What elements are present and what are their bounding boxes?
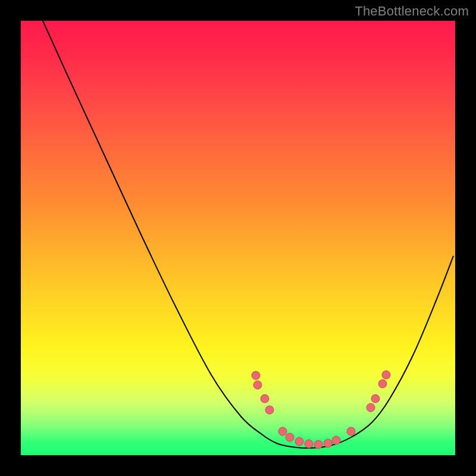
- curve-marker: [332, 436, 340, 444]
- watermark-text: TheBottleneck.com: [355, 4, 469, 19]
- chart-frame: TheBottleneck.com: [0, 0, 476, 476]
- curve-marker: [278, 427, 287, 436]
- curve-marker: [286, 433, 294, 441]
- curve-marker: [252, 371, 260, 380]
- curve-marker: [382, 371, 390, 379]
- curve-marker: [371, 394, 380, 403]
- curve-marker: [347, 427, 355, 436]
- curve-markers: [252, 371, 390, 449]
- bottleneck-curve: [43, 21, 453, 448]
- plot-area: [21, 21, 455, 455]
- curve-marker: [314, 440, 322, 449]
- curve-marker: [305, 440, 313, 448]
- curve-marker: [378, 380, 387, 388]
- curve-marker: [295, 437, 303, 446]
- curve-marker: [324, 439, 332, 447]
- curve-marker: [253, 381, 262, 389]
- chart-svg: [21, 21, 455, 455]
- curve-marker: [367, 403, 375, 412]
- curve-marker: [261, 394, 269, 403]
- curve-marker: [265, 406, 274, 414]
